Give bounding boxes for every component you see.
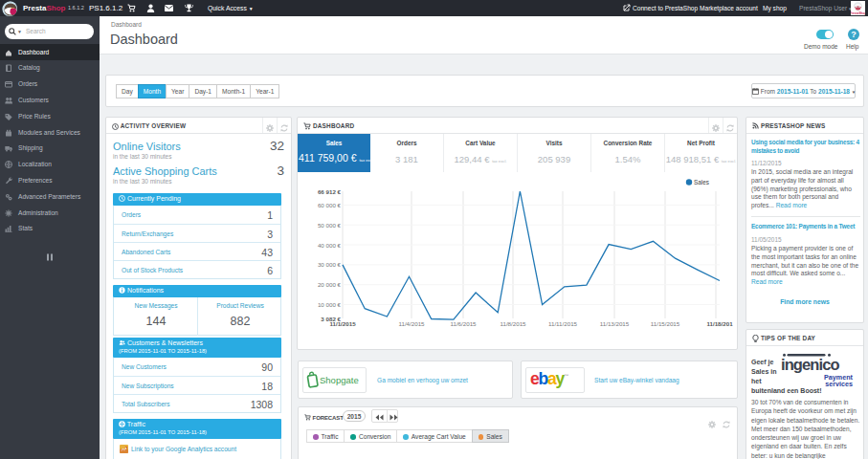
svg-text:11/15/2015: 11/15/2015 (651, 320, 680, 327)
svg-text:10 000 €: 10 000 € (318, 301, 342, 308)
svg-text:11/6/2015: 11/6/2015 (450, 320, 477, 327)
svg-text:PrestaShop: PrestaShop (851, 11, 865, 15)
svg-text:60 000 €: 60 000 € (318, 202, 342, 208)
svg-text:11/11/2015: 11/11/2015 (548, 320, 578, 327)
svg-text:30 000 €: 30 000 € (318, 261, 342, 268)
svg-text:20 000 €: 20 000 € (318, 281, 342, 288)
svg-text:Sales: Sales (694, 179, 709, 186)
svg-text:11/8/2015: 11/8/2015 (500, 320, 526, 327)
svg-text:40 000 €: 40 000 € (318, 242, 342, 249)
svg-text:50 000 €: 50 000 € (318, 222, 342, 229)
svg-text:11/13/2015: 11/13/2015 (600, 320, 630, 327)
svg-text:11/4/2015: 11/4/2015 (398, 320, 425, 327)
svg-text:11/1/2015: 11/1/2015 (329, 320, 356, 327)
svg-text:11/18/201: 11/18/201 (706, 320, 733, 327)
svg-text:66 912 €: 66 912 € (318, 188, 342, 195)
svg-text:ingenico: ingenico (781, 356, 839, 373)
